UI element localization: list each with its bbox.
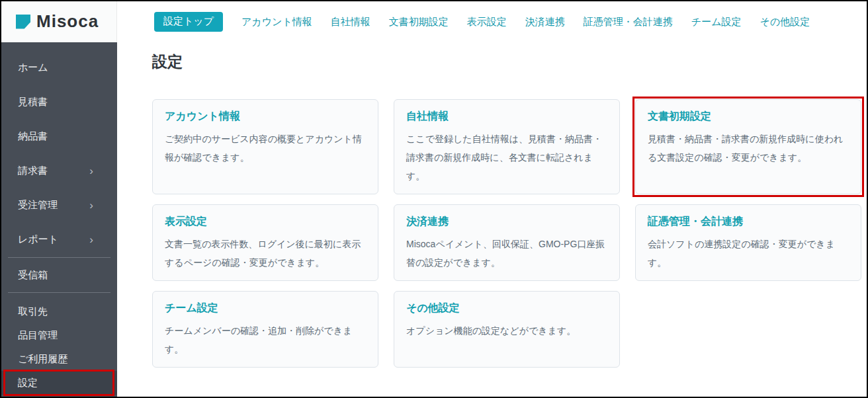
card-document-defaults[interactable]: 文書初期設定 見積書・納品書・請求書の新規作成時に使われる文書設定の確認・変更が…	[635, 99, 861, 194]
tab-evidence-accounting[interactable]: 証憑管理・会計連携	[584, 16, 673, 28]
tab-document-defaults[interactable]: 文書初期設定	[389, 16, 449, 28]
card-description: Misocaペイメント、回収保証、GMO-PG口座振替の設定ができます。	[406, 235, 607, 272]
card-other-settings[interactable]: その他設定 オプション機能の設定などができます。	[394, 291, 620, 368]
content-area: 設定トップ アカウント情報 自社情報 文書初期設定 表示設定 決済連携 証憑管理…	[117, 1, 867, 397]
sidebar-item-item-management[interactable]: 品目管理	[1, 323, 117, 347]
sidebar-item-label: 請求書	[18, 165, 48, 177]
settings-tab-bar: 設定トップ アカウント情報 自社情報 文書初期設定 表示設定 決済連携 証憑管理…	[117, 1, 867, 42]
page-title: 設定	[152, 52, 861, 72]
tab-payment-integration[interactable]: 決済連携	[525, 16, 565, 28]
card-description: オプション機能の設定などができます。	[406, 321, 607, 340]
card-description: チームメンバーの確認・追加・削除ができます。	[165, 321, 366, 358]
sidebar-item-label: 見積書	[18, 96, 48, 108]
tab-settings-top[interactable]: 設定トップ	[154, 12, 223, 32]
sidebar-item-label: 設定	[18, 377, 38, 389]
sidebar-item-label: 納品書	[18, 130, 48, 143]
sidebar-item-estimates[interactable]: 見積書	[1, 85, 117, 119]
card-description: 見積書・納品書・請求書の新規作成時に使われる文書設定の確認・変更ができます。	[648, 130, 849, 167]
card-title: 決済連携	[406, 215, 607, 229]
sidebar-item-clients[interactable]: 取引先	[1, 299, 117, 323]
card-title: チーム設定	[165, 301, 366, 315]
tab-display-settings[interactable]: 表示設定	[467, 16, 507, 28]
sidebar-item-label: 受注管理	[18, 199, 58, 212]
card-display-settings[interactable]: 表示設定 文書一覧の表示件数、ログイン後に最初に表示するページの確認・変更ができ…	[152, 204, 378, 281]
sidebar-item-inbox[interactable]: 受信箱	[1, 259, 117, 292]
card-title: 自社情報	[406, 110, 607, 124]
app-window: Misoca ホーム 見積書 納品書 請求書 › 受注管理 › レポート ›	[0, 0, 868, 398]
sidebar-item-label: 受信箱	[18, 269, 48, 282]
sidebar-divider	[8, 292, 110, 293]
card-title: アカウント情報	[165, 110, 366, 124]
sidebar-item-invoices[interactable]: 請求書 ›	[1, 153, 117, 188]
sidebar-item-reports[interactable]: レポート ›	[1, 222, 117, 257]
card-payment-integration[interactable]: 決済連携 Misocaペイメント、回収保証、GMO-PG口座振替の設定ができます…	[394, 204, 620, 281]
chevron-right-icon: ›	[89, 165, 93, 177]
card-company-info[interactable]: 自社情報 ここで登録した自社情報は、見積書・納品書・請求書の新規作成時に、各文書…	[394, 99, 620, 194]
card-description: ここで登録した自社情報は、見積書・納品書・請求書の新規作成時に、各文書に転記され…	[406, 130, 607, 185]
sidebar: Misoca ホーム 見積書 納品書 請求書 › 受注管理 › レポート ›	[1, 1, 117, 397]
sidebar-item-label: 取引先	[18, 305, 48, 318]
card-description: ご契約中のサービス内容の概要とアカウント情報が確認できます。	[165, 130, 366, 167]
card-title: 表示設定	[165, 215, 366, 229]
card-title: 証憑管理・会計連携	[648, 215, 849, 229]
card-title: その他設定	[406, 301, 607, 315]
card-description: 会計ソフトの連携設定の確認・変更ができます。	[648, 235, 849, 272]
logo-text: Misoca	[36, 11, 99, 32]
tab-other-settings[interactable]: その他設定	[760, 16, 810, 28]
tab-account-info[interactable]: アカウント情報	[241, 16, 312, 28]
sidebar-item-label: ホーム	[18, 61, 48, 74]
sidebar-item-label: 品目管理	[18, 329, 58, 342]
sidebar-item-order-management[interactable]: 受注管理 ›	[1, 188, 117, 222]
logo[interactable]: Misoca	[1, 1, 117, 42]
card-description: 文書一覧の表示件数、ログイン後に最初に表示するページの確認・変更ができます。	[165, 235, 366, 272]
card-title: 文書初期設定	[648, 110, 849, 124]
chevron-right-icon: ›	[89, 234, 93, 245]
misoca-logo-icon	[16, 15, 30, 29]
sidebar-item-label: レポート	[18, 233, 58, 246]
sidebar-item-label: ご利用履歴	[18, 353, 67, 366]
settings-main: 設定 アカウント情報 ご契約中のサービス内容の概要とアカウント情報が確認できます…	[117, 42, 867, 378]
sidebar-item-home[interactable]: ホーム	[1, 50, 117, 85]
card-team-settings[interactable]: チーム設定 チームメンバーの確認・追加・削除ができます。	[152, 291, 378, 368]
card-account-info[interactable]: アカウント情報 ご契約中のサービス内容の概要とアカウント情報が確認できます。	[152, 99, 378, 194]
sidebar-item-usage-history[interactable]: ご利用履歴	[1, 347, 117, 371]
settings-card-grid: アカウント情報 ご契約中のサービス内容の概要とアカウント情報が確認できます。 自…	[152, 99, 861, 368]
sidebar-nav: ホーム 見積書 納品書 請求書 › 受注管理 › レポート › 受信箱	[1, 42, 117, 395]
sidebar-divider	[8, 257, 110, 258]
tab-team-settings[interactable]: チーム設定	[691, 16, 742, 28]
tab-company-info[interactable]: 自社情報	[331, 16, 370, 28]
card-evidence-accounting[interactable]: 証憑管理・会計連携 会計ソフトの連携設定の確認・変更ができます。	[635, 204, 861, 281]
sidebar-item-settings[interactable]: 設定	[1, 371, 117, 395]
sidebar-item-delivery-notes[interactable]: 納品書	[1, 119, 117, 153]
chevron-right-icon: ›	[89, 200, 93, 211]
